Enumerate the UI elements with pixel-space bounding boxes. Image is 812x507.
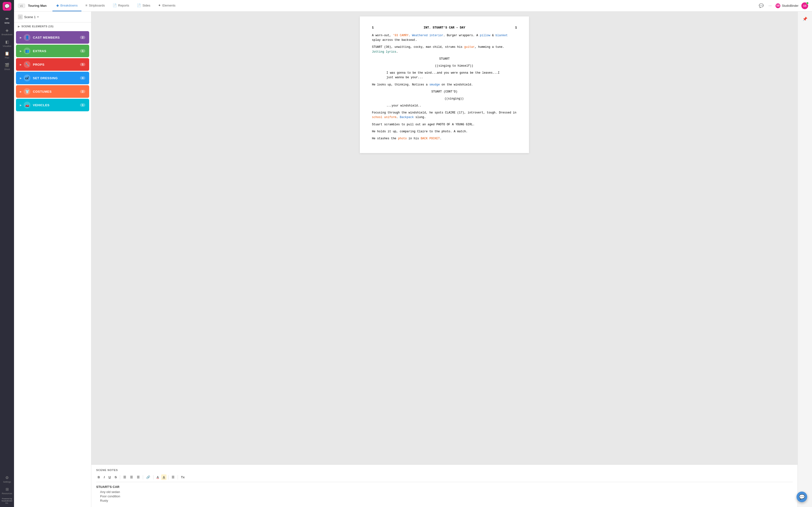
category-props[interactable]: ▶ 🔧 PROPS 5 <box>16 58 89 71</box>
cast-count: 2 <box>80 36 85 39</box>
scene-notes-label: SCENE NOTES <box>96 469 793 471</box>
notes-item-3: Rusty <box>96 499 793 502</box>
breakdowns-icon: ◆ <box>56 3 59 7</box>
tab-stripboards[interactable]: ≡ Stripboards <box>82 0 109 11</box>
props-expand-icon: ▶ <box>20 63 22 66</box>
script-line-6: He holds it up, comparing Claire to the … <box>372 129 517 134</box>
vehicles-count: 1 <box>80 103 85 107</box>
highlight-backpack: Backpack <box>400 116 414 119</box>
icon-sidebar: 💬 ✏ Write ◈ Breakdown ◧ Visualize 📋 Plan… <box>0 0 14 507</box>
visualize-icon: ◧ <box>5 40 9 44</box>
tab-elements[interactable]: ✦ Elements <box>154 0 179 11</box>
extras-label: EXTRAS <box>33 49 80 53</box>
scene-heading-text: INT. STUART'S CAR – DAY <box>424 26 465 30</box>
highlight-guitar: guitar <box>464 45 475 49</box>
right-sidebar: 📌 <box>798 12 812 507</box>
chat-nav-button[interactable]: 💬 <box>758 2 765 9</box>
sb-logo: SB <box>775 3 780 8</box>
bold-button[interactable]: B <box>96 474 101 480</box>
highlight-camry: '93 CAMRY <box>393 34 408 37</box>
online-badge <box>806 2 809 4</box>
category-cast-members[interactable]: ▶ 👤 CAST MEMBERS 2 <box>16 31 89 44</box>
app-logo[interactable]: 💬 <box>3 2 11 11</box>
project-name: Touring Man <box>28 4 47 7</box>
category-extras[interactable]: ▶ 👥 EXTRAS 1 <box>16 45 89 57</box>
tab-breakdowns[interactable]: ◆ Breakdowns <box>52 0 82 11</box>
category-set-dressing[interactable]: ▶ 🛋 SET DRESSING 4 <box>16 72 89 84</box>
sidebar-item-shoot[interactable]: 🎬 Shoot <box>0 61 14 72</box>
chevron-down-icon: ▾ <box>37 15 39 18</box>
sidebar-item-plan[interactable]: 📋 Plan <box>0 49 14 61</box>
version-badge[interactable]: v1 <box>18 4 25 8</box>
reports-icon: 📄 <box>113 3 117 7</box>
highlight-jotting: Jotting lyrics <box>372 50 396 54</box>
font-color-button[interactable]: A <box>155 474 160 480</box>
script-line-2: STUART (36), unwitting, cocky, man child… <box>372 45 517 54</box>
scene-notes: SCENE NOTES B I U S ☰ ☰ ☰ 🔗 A A ☰ <box>91 464 798 507</box>
plan-icon: 📋 <box>5 51 9 56</box>
vehicles-expand-icon: ▶ <box>20 104 22 107</box>
stripboards-icon: ≡ <box>85 3 87 7</box>
powered-by-text: Powered by StudioBinder Inc. <box>0 497 14 505</box>
elements-icon: ✦ <box>158 3 161 7</box>
clear-format-button[interactable]: Tx <box>180 474 186 480</box>
script-paren-2: ((singing)) <box>372 97 517 101</box>
tab-reports[interactable]: 📄 Reports <box>109 0 133 11</box>
elements-header: ▶ SCENE ELEMENTS (15) <box>14 22 91 30</box>
set-label: SET DRESSING <box>33 76 80 80</box>
sidebar-item-resources[interactable]: ⊞ Resources <box>0 485 14 497</box>
set-count: 4 <box>80 76 85 80</box>
main-content: v1 Touring Man ◆ Breakdowns ≡ Stripboard… <box>14 0 812 507</box>
chat-fab-icon: 💬 <box>799 494 805 500</box>
script-line-5: Stuart scrambles to pull out an aged PHO… <box>372 122 517 127</box>
vehicles-icon: 🚗 <box>24 102 31 108</box>
category-vehicles[interactable]: ▶ 🚗 VEHICLES 1 <box>16 99 89 111</box>
sidebar-item-visualize[interactable]: ◧ Visualize <box>0 38 14 49</box>
nav-tabs: ◆ Breakdowns ≡ Stripboards 📄 Reports 📄 S… <box>52 0 179 11</box>
set-icon: 🛋 <box>24 74 31 81</box>
highlight-backpocket: BACK POCKET <box>421 137 440 140</box>
link-button[interactable]: 🔗 <box>145 474 152 480</box>
sidebar-item-breakdown[interactable]: ◈ Breakdown <box>0 26 14 38</box>
script-line-7: He stashes the photo in his BACK POCKET. <box>372 136 517 141</box>
costumes-icon: 👕 <box>24 88 31 95</box>
script-area: 1 INT. STUART'S CAR – DAY 1 A worn-out, … <box>91 12 798 507</box>
costumes-count: 2 <box>80 90 85 93</box>
align-button[interactable]: ☰ <box>170 474 176 480</box>
sidebar-item-settings[interactable]: ⚙ Settings <box>0 473 14 485</box>
left-panel: □ Scene 1 ▾ ▶ SCENE ELEMENTS (15) ▶ 👤 CA… <box>14 12 91 507</box>
settings-icon: ⚙ <box>5 475 9 480</box>
scene-heading: 1 INT. STUART'S CAR – DAY 1 <box>372 26 517 30</box>
notes-toolbar: B I U S ☰ ☰ ☰ 🔗 A A ☰ Tx <box>96 474 793 482</box>
toolbar-divider-5 <box>177 475 178 480</box>
costumes-label: COSTUMES <box>33 90 80 94</box>
script-character-1: STUART <box>372 57 517 61</box>
underline-button[interactable]: U <box>107 474 112 480</box>
more-options-button[interactable]: ··· <box>767 3 773 9</box>
user-avatar[interactable]: SB <box>801 2 808 9</box>
scene-selector[interactable]: □ Scene 1 ▾ <box>14 12 91 22</box>
category-costumes[interactable]: ▶ 👕 COSTUMES 2 <box>16 85 89 98</box>
indent-button[interactable]: ☰ <box>135 474 141 480</box>
font-highlight-button[interactable]: A <box>161 474 166 480</box>
cast-icon: 👤 <box>24 34 31 41</box>
set-expand-icon: ▶ <box>20 77 22 79</box>
script-body: A worn-out, '93 CAMRY. Weathered interio… <box>372 33 517 141</box>
scene-number-left: 1 <box>372 26 374 30</box>
nav-right: 💬 ··· SB StudioBinder SB <box>758 2 808 9</box>
ordered-list-button[interactable]: ☰ <box>122 474 128 480</box>
toolbar-divider-4 <box>168 475 168 480</box>
tab-sides[interactable]: 📄 Sides <box>133 0 154 11</box>
unordered-list-button[interactable]: ☰ <box>129 474 134 480</box>
strikethrough-button[interactable]: S <box>113 474 118 480</box>
scene-icon: □ <box>18 14 23 19</box>
right-sidebar-button-1[interactable]: 📌 <box>801 14 809 23</box>
sidebar-item-write[interactable]: ✏ Write <box>0 14 14 26</box>
studio-binder-badge: SB StudioBinder <box>775 3 799 8</box>
script-line-4: Focusing through the windshield, he spot… <box>372 111 517 120</box>
top-navigation: v1 Touring Man ◆ Breakdowns ≡ Stripboard… <box>14 0 812 12</box>
italic-button[interactable]: I <box>102 474 106 480</box>
chat-fab-button[interactable]: 💬 <box>797 492 807 502</box>
category-list: ▶ 👤 CAST MEMBERS 2 ▶ 👥 EXTRAS 1 ▶ 🔧 PROP… <box>14 30 91 507</box>
extras-count: 1 <box>80 49 85 53</box>
